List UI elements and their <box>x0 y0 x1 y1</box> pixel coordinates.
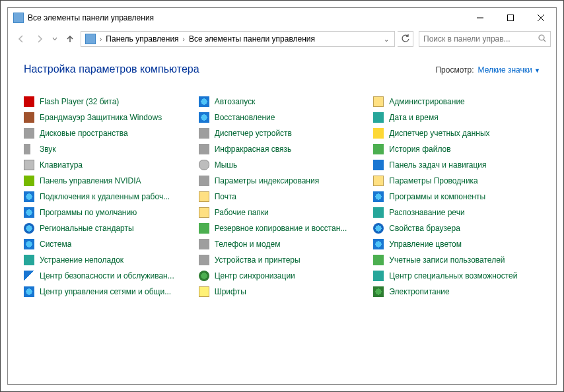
flash-player-icon <box>24 96 34 107</box>
cp-item-firewall[interactable]: Брандмауэр Защитника Windows <box>24 110 191 125</box>
cp-item-nvidia[interactable]: Панель управления NVIDIA <box>24 173 191 189</box>
cp-item-indexing[interactable]: Параметры индексирования <box>199 173 366 189</box>
items-grid: Flash Player (32 бита)АвтозапускАдминист… <box>24 94 540 300</box>
cp-item-color-management[interactable]: Управление цветом <box>373 236 540 252</box>
cp-item-taskbar[interactable]: Панель задач и навигация <box>373 157 540 173</box>
item-label: Параметры Проводника <box>389 176 477 185</box>
firewall-icon <box>24 112 34 123</box>
storage-spaces-icon <box>24 128 34 139</box>
cp-item-remote-app[interactable]: Подключения к удаленным рабоч... <box>24 189 191 205</box>
search-box[interactable] <box>419 31 551 47</box>
cp-item-recovery[interactable]: Восстановление <box>199 110 366 125</box>
cp-item-admin-tools[interactable]: Администрирование <box>373 94 540 110</box>
svg-rect-1 <box>508 15 514 21</box>
cp-item-credential-manager[interactable]: Диспетчер учетных данных <box>373 125 540 141</box>
sound-icon <box>24 144 34 154</box>
cp-item-devices-printers[interactable]: Устройства и принтеры <box>199 252 366 268</box>
work-folders-icon <box>199 207 209 218</box>
close-button[interactable] <box>526 8 556 28</box>
cp-item-system[interactable]: Система <box>24 236 191 252</box>
devices-printers-icon <box>199 255 209 265</box>
cp-item-keyboard[interactable]: Клавиатура <box>24 157 191 173</box>
cp-item-ease-of-access[interactable]: Центр специальных возможностей <box>373 268 540 284</box>
cp-item-device-manager[interactable]: Диспетчер устройств <box>199 125 366 141</box>
page-title: Настройка параметров компьютера <box>24 63 199 75</box>
recent-dropdown[interactable] <box>50 31 59 47</box>
breadcrumb-current[interactable]: Все элементы панели управления <box>186 34 318 44</box>
infrared-icon <box>199 144 209 154</box>
item-label: История файлов <box>389 145 450 154</box>
cp-item-security-center[interactable]: Центр безопасности и обслуживан... <box>24 268 191 284</box>
internet-options-icon <box>373 223 384 234</box>
file-history-icon <box>373 144 384 154</box>
sync-center-icon <box>199 271 209 281</box>
item-label: Дата и время <box>389 113 438 122</box>
cp-item-user-accounts[interactable]: Учетные записи пользователей <box>373 252 540 268</box>
maximize-button[interactable] <box>495 8 526 28</box>
speech-icon <box>373 207 384 218</box>
cp-item-date-time[interactable]: Дата и время <box>373 110 540 125</box>
content-area: Настройка параметров компьютера Просмотр… <box>8 50 556 384</box>
cp-item-troubleshooting[interactable]: Устранение неполадок <box>24 252 191 268</box>
cp-item-phone-modem[interactable]: Телефон и модем <box>199 236 366 252</box>
cp-item-mouse[interactable]: Мышь <box>199 157 366 173</box>
mouse-icon <box>199 160 209 170</box>
item-label: Мышь <box>215 160 238 170</box>
cp-item-file-history[interactable]: История файлов <box>373 141 540 157</box>
default-programs-icon <box>24 207 34 218</box>
system-icon <box>24 239 34 249</box>
item-label: Панель управления NVIDIA <box>40 176 141 185</box>
up-button[interactable] <box>62 31 78 47</box>
item-label: Устранение неполадок <box>40 255 123 265</box>
navigation-bar: › Панель управления › Все элементы панел… <box>8 28 556 50</box>
cp-item-storage-spaces[interactable]: Дисковые пространства <box>24 125 191 141</box>
control-panel-icon <box>13 13 24 23</box>
cp-item-flash-player[interactable]: Flash Player (32 бита) <box>24 94 191 110</box>
cp-item-network-center[interactable]: Центр управления сетями и общи... <box>24 284 191 300</box>
search-input[interactable] <box>423 34 538 44</box>
cp-item-default-programs[interactable]: Программы по умолчанию <box>24 205 191 220</box>
color-management-icon <box>373 239 384 249</box>
breadcrumb-root[interactable]: Панель управления <box>103 34 181 44</box>
item-label: Устройства и принтеры <box>215 255 300 265</box>
address-bar[interactable]: › Панель управления › Все элементы панел… <box>81 31 395 47</box>
item-label: Брандмауэр Защитника Windows <box>40 113 162 122</box>
minimize-button[interactable] <box>465 8 495 28</box>
security-center-icon <box>24 271 34 281</box>
refresh-button[interactable] <box>398 31 413 47</box>
back-button[interactable] <box>13 31 29 47</box>
recovery-icon <box>199 112 209 123</box>
remote-app-icon <box>24 191 34 202</box>
explorer-options-icon <box>373 176 384 186</box>
cp-item-work-folders[interactable]: Рабочие папки <box>199 205 366 220</box>
item-label: Дисковые пространства <box>40 129 128 138</box>
programs-icon <box>373 191 384 202</box>
cp-item-autoplay[interactable]: Автозапуск <box>199 94 366 110</box>
item-label: Почта <box>215 192 236 201</box>
cp-item-infrared[interactable]: Инфракрасная связь <box>199 141 366 157</box>
cp-item-fonts[interactable]: Шрифты <box>199 284 366 300</box>
cp-item-internet-options[interactable]: Свойства браузера <box>373 220 540 236</box>
chevron-right-icon[interactable]: › <box>98 36 103 43</box>
cp-item-backup[interactable]: Резервное копирование и восстан... <box>199 220 366 236</box>
cp-item-region[interactable]: Региональные стандарты <box>24 220 191 236</box>
item-label: Центр синхронизации <box>215 271 295 280</box>
cp-item-sync-center[interactable]: Центр синхронизации <box>199 268 366 284</box>
cp-item-mail[interactable]: Почта <box>199 189 366 205</box>
admin-tools-icon <box>373 96 384 107</box>
view-mode-dropdown[interactable]: Мелкие значки ▼ <box>478 65 540 75</box>
forward-button[interactable] <box>32 31 48 47</box>
region-icon <box>24 223 34 234</box>
item-label: Администрирование <box>389 97 464 106</box>
keyboard-icon <box>24 160 34 170</box>
cp-item-explorer-options[interactable]: Параметры Проводника <box>373 173 540 189</box>
search-icon[interactable] <box>538 34 546 44</box>
cp-item-sound[interactable]: Звук <box>24 141 191 157</box>
cp-item-speech[interactable]: Распознавание речи <box>373 205 540 220</box>
chevron-right-icon[interactable]: › <box>182 36 186 43</box>
cp-item-programs[interactable]: Программы и компоненты <box>373 189 540 205</box>
view-mode-value: Мелкие значки <box>478 65 532 75</box>
address-dropdown[interactable]: ⌄ <box>380 36 393 43</box>
cp-item-power-options[interactable]: Электропитание <box>373 284 540 300</box>
window-title: Все элементы панели управления <box>28 13 154 22</box>
